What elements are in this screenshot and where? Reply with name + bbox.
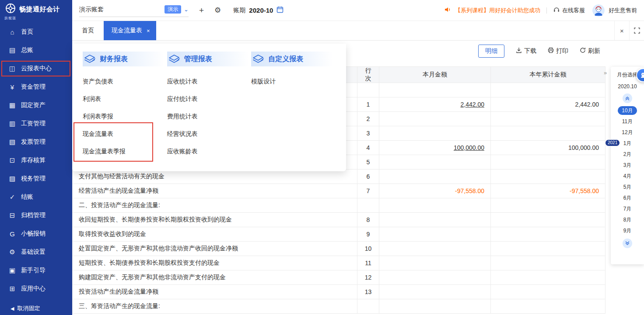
- custom-reports-icon: [252, 54, 264, 64]
- sidebar-item-salary-management[interactable]: ▥工资管理: [0, 114, 72, 133]
- month-item[interactable]: 6月: [611, 193, 644, 204]
- sidebar-item-closing[interactable]: ✓结账: [0, 188, 72, 206]
- month-item[interactable]: 4月: [611, 171, 644, 182]
- year-amount-cell: [491, 126, 606, 141]
- section-title: 管理报表: [184, 55, 212, 64]
- scroll-down-button[interactable]: [623, 239, 632, 248]
- sidebar-item-fund-management[interactable]: ¥资金管理: [0, 78, 72, 96]
- sidebar-item-archive-management[interactable]: ⊟归档管理: [0, 206, 72, 225]
- report-menu-item[interactable]: 费用统计表: [167, 107, 252, 125]
- sidebar-item-label: 首页: [21, 28, 33, 36]
- report-menu-item[interactable]: 应收账龄表: [167, 142, 252, 160]
- sidebar-item-general-ledger[interactable]: ▤总账: [0, 41, 72, 59]
- line-cell: 9: [357, 227, 379, 242]
- panel-collapse-icon[interactable]: »: [604, 69, 607, 76]
- item-cell: 三、筹资活动产生的现金流量:: [73, 299, 357, 314]
- report-menu-item[interactable]: 应付统计表: [167, 90, 252, 107]
- line-cell: 8: [357, 213, 379, 227]
- section-items: 模版设计: [251, 73, 336, 90]
- year-amount-cell: 100,000.00: [491, 141, 606, 155]
- year-amount-cell: [491, 299, 606, 314]
- month-item[interactable]: 20211月: [611, 138, 644, 149]
- inventory-accounting-icon: ⊡: [8, 156, 16, 164]
- sidebar-item-home[interactable]: ⌂首页: [0, 23, 72, 41]
- download-button[interactable]: 下载: [516, 47, 536, 55]
- tab-cash-flow-statement[interactable]: 现金流量表 ×: [104, 21, 156, 40]
- sidebar-item-inventory-accounting[interactable]: ⊡库存核算: [0, 151, 72, 170]
- sidebar-item-cloud-report-center[interactable]: ◫云报表中心: [0, 59, 72, 78]
- report-menu-item[interactable]: 利润表: [83, 90, 167, 107]
- month-item[interactable]: 10月: [611, 105, 644, 116]
- period-label: 账期: [233, 7, 245, 14]
- scroll-up-button[interactable]: [623, 93, 632, 103]
- report-menu-panel: 财务报表资产负债表利润表利润表季报现金流量表现金流量表季报管理报表应收统计表应付…: [72, 44, 346, 171]
- month-label: 8月: [623, 217, 632, 223]
- speaker-icon: [444, 6, 451, 15]
- month-item[interactable]: 8月: [611, 215, 644, 225]
- table-row: 支付其他与经营活动有关的现金6: [73, 170, 606, 184]
- tab-label: 首页: [82, 27, 94, 35]
- refresh-button[interactable]: 刷新: [580, 47, 600, 55]
- month-item[interactable]: 5月: [611, 182, 644, 193]
- table-row: 三、筹资活动产生的现金流量:: [73, 299, 606, 314]
- month-item[interactable]: 9月: [611, 225, 644, 236]
- account-select[interactable]: 演示账套 演示 ⌄: [79, 5, 189, 17]
- drilldown-link[interactable]: 2,442.00: [461, 101, 485, 108]
- year-amount-cell: [491, 112, 606, 126]
- sidebar-item-label: 基础设置: [21, 248, 46, 256]
- headset-icon: [553, 6, 560, 14]
- detail-button[interactable]: 明细: [478, 45, 504, 58]
- sidebar-item-xiaochang-reimburse[interactable]: G小畅报销: [0, 225, 72, 243]
- item-cell: 短期投资、长期债券投资和长期股权投资支付的现金: [73, 256, 357, 270]
- account-settings-icon[interactable]: ⚙: [214, 7, 221, 14]
- sidebar-item-label: 工资管理: [21, 120, 46, 128]
- line-cell: [357, 299, 379, 314]
- period-selector[interactable]: 账期 2020-10: [233, 6, 284, 15]
- sidebar-item-fixed-assets[interactable]: ▦固定资产: [0, 96, 72, 114]
- add-account-button[interactable]: +: [199, 6, 204, 14]
- avatar[interactable]: [592, 4, 605, 17]
- unpin-label: 取消固定: [17, 305, 40, 312]
- sidebar-item-basic-settings[interactable]: ⚙基础设置: [0, 243, 72, 261]
- print-button[interactable]: 打印: [548, 47, 568, 55]
- user-name[interactable]: 好生意售前: [609, 7, 637, 14]
- month-list: 10月11月12月20211月2月3月4月5月6月7月8月9月: [611, 105, 644, 236]
- month-item[interactable]: 12月: [611, 127, 644, 138]
- sidebar-item-tax-management[interactable]: ▨税务管理: [0, 170, 72, 188]
- report-menu-item[interactable]: 模版设计: [251, 73, 336, 90]
- amount-value: 2,442.00: [575, 101, 599, 108]
- drilldown-link[interactable]: 100,000.00: [454, 144, 484, 151]
- report-menu-item[interactable]: 现金流量表季报: [83, 142, 167, 160]
- year-amount-cell: [491, 285, 606, 299]
- sidebar-item-invoice-management[interactable]: ▧发票管理: [0, 133, 72, 151]
- report-menu-item[interactable]: 资产负债表: [83, 73, 167, 90]
- report-menu-item[interactable]: 经营状况表: [167, 125, 252, 142]
- custom-reports-header: 自定义报表: [251, 52, 332, 66]
- report-menu-item[interactable]: 现金流量表: [83, 125, 167, 142]
- month-item[interactable]: 7月: [611, 204, 644, 215]
- month-amount-cell: -97,558.00: [379, 184, 491, 198]
- line-cell: 10: [357, 242, 379, 256]
- unpin-button[interactable]: ◀ 取消固定: [0, 302, 72, 315]
- amount-value: 100,000.00: [568, 144, 599, 151]
- tab-label: 现金流量表: [112, 27, 142, 35]
- sidebar-item-app-center[interactable]: ⊞应用中心: [0, 280, 72, 298]
- report-menu-item[interactable]: 利润表季报: [83, 107, 167, 125]
- item-cell: 二、投资活动产生的现金流量:: [73, 198, 357, 213]
- tab-home[interactable]: 首页: [72, 21, 104, 40]
- sidebar-item-beginner-guide[interactable]: ▣新手引导: [0, 261, 72, 280]
- app-logo-icon: [5, 3, 16, 15]
- month-item[interactable]: 11月: [611, 116, 644, 127]
- tab-close-icon[interactable]: ×: [147, 28, 150, 34]
- month-item[interactable]: 3月: [611, 160, 644, 171]
- sidebar-item-label: 发票管理: [21, 138, 46, 146]
- online-service-button[interactable]: 在线客服: [553, 6, 585, 14]
- month-item[interactable]: 2月: [611, 149, 644, 160]
- close-tabs-icon[interactable]: ×: [614, 21, 629, 40]
- fullscreen-icon[interactable]: [629, 21, 644, 40]
- table-row: 购建固定资产、无形资产和其他非流动资产支付的现金12: [73, 270, 606, 285]
- course-promo-link[interactable]: 【系列课程】用好好会计助您成功: [455, 7, 540, 14]
- download-icon: [516, 47, 522, 55]
- report-menu-item[interactable]: 应收统计表: [167, 73, 252, 90]
- salary-management-icon: ▥: [8, 120, 16, 128]
